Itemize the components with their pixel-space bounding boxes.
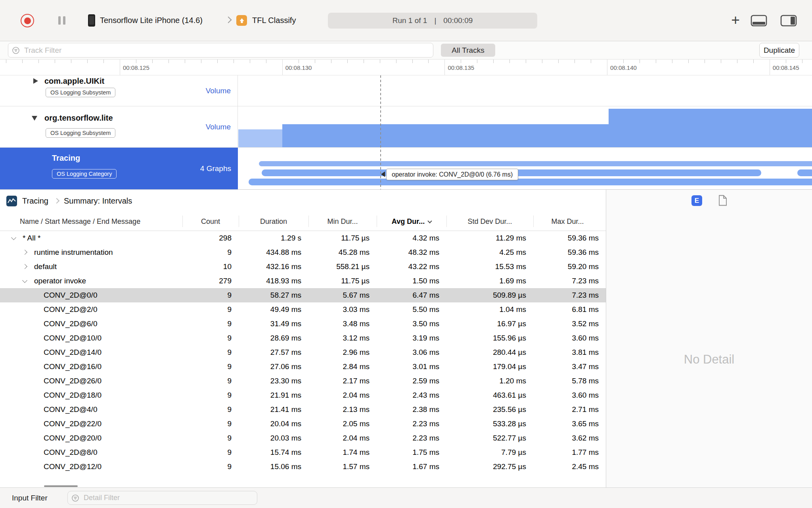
- table-row[interactable]: CONV_2D@20/0920.03 ms2.04 ms2.23 ms522.7…: [0, 431, 606, 445]
- cell-duration: 27.06 ms: [239, 360, 301, 374]
- cell-stddev: 1.69 ms: [446, 274, 526, 288]
- ruler-minor-tick: [542, 60, 542, 63]
- ruler-minor-tick: [753, 60, 754, 63]
- ruler-minor-tick: [672, 60, 672, 63]
- interval-bar[interactable]: [797, 169, 812, 176]
- track-chart-uikit[interactable]: [238, 75, 812, 106]
- track-chart-tracing[interactable]: [238, 148, 812, 189]
- device-target-label[interactable]: Tensorflow Lite iPhone (14.6): [100, 16, 203, 25]
- input-filter-menu[interactable]: Input Filter: [12, 488, 48, 508]
- all-tracks-button[interactable]: All Tracks: [441, 44, 495, 57]
- table-header: Name / Start Message / End Message Count…: [0, 212, 606, 231]
- table-row[interactable]: * All *2981.29 s11.75 µs4.32 ms11.29 ms5…: [0, 231, 606, 245]
- timeline-ruler[interactable]: 00:08.12500:08.13000:08.13500:08.14000:0…: [0, 60, 812, 75]
- pause-button[interactable]: [58, 16, 65, 25]
- cell-avg: 1.50 ms: [377, 274, 439, 288]
- disclosure-triangle-icon[interactable]: [32, 116, 37, 121]
- track-chart-volume[interactable]: [238, 106, 812, 147]
- row-name: CONV_2D@20/0: [44, 431, 102, 445]
- cell-avg: 4.32 ms: [377, 231, 439, 245]
- cell-stddev: 11.29 ms: [446, 231, 526, 245]
- table-row[interactable]: CONV_2D@14/0927.57 ms2.96 ms3.06 ms280.4…: [0, 345, 606, 360]
- cell-max: 3.65 ms: [533, 417, 599, 431]
- cell-stddev: 155.96 µs: [446, 331, 526, 345]
- row-disclosure-chevron-icon[interactable]: [22, 278, 27, 283]
- toggle-bottom-pane-button[interactable]: [751, 15, 767, 27]
- extended-detail-button[interactable]: E: [691, 195, 702, 206]
- ruler-minor-tick: [87, 60, 88, 63]
- table-row[interactable]: CONV_2D@4/0921.41 ms2.13 ms2.38 ms235.56…: [0, 402, 606, 417]
- cell-stddev: 7.79 µs: [446, 445, 526, 460]
- row-name: CONV_2D@18/0: [44, 388, 102, 402]
- table-row[interactable]: CONV_2D@16/0927.06 ms2.84 ms3.01 ms179.0…: [0, 360, 606, 374]
- column-header-min-duration[interactable]: Min Dur...: [308, 212, 377, 231]
- filter-icon: [12, 46, 20, 54]
- column-header-stddev-duration[interactable]: Std Dev Dur...: [446, 212, 533, 231]
- track-filter-input[interactable]: [8, 43, 433, 58]
- cell-stddev: 179.04 µs: [446, 360, 526, 374]
- row-name: operator invoke: [34, 274, 86, 288]
- add-instrument-button[interactable]: +: [727, 11, 744, 30]
- cell-count: 10: [182, 260, 232, 274]
- table-row[interactable]: runtime instrumentation9434.88 ms45.28 m…: [0, 245, 606, 260]
- cell-stddev: 509.89 µs: [446, 288, 526, 302]
- table-row[interactable]: default10432.16 ms558.21 µs43.22 ms15.53…: [0, 260, 606, 274]
- table-row[interactable]: operator invoke279418.93 ms11.75 µs1.50 …: [0, 274, 606, 288]
- cell-count: 9: [182, 402, 232, 417]
- row-name: CONV_2D@2/0: [44, 302, 97, 317]
- track-row-uikit[interactable]: com.apple.UIKit OS Logging Subsystem Vol…: [0, 75, 812, 106]
- disclosure-triangle-icon[interactable]: [33, 78, 38, 84]
- breadcrumb-page[interactable]: Summary: Intervals: [64, 196, 132, 206]
- ruler-time-label: 00:08.135: [448, 64, 474, 71]
- ruler-minor-tick: [656, 60, 656, 63]
- track-row-tensorflow[interactable]: org.tensorflow.lite OS Logging Subsystem…: [0, 106, 812, 148]
- toggle-right-pane-button[interactable]: [780, 15, 797, 27]
- ruler-time-label: 00:08.140: [610, 64, 637, 71]
- column-header-max-duration[interactable]: Max Dur...: [533, 212, 602, 231]
- row-disclosure-chevron-icon[interactable]: [22, 250, 27, 255]
- table-row[interactable]: CONV_2D@8/0915.74 ms1.74 ms1.75 ms7.79 µ…: [0, 445, 606, 460]
- interval-bar[interactable]: [259, 161, 812, 166]
- table-row[interactable]: CONV_2D@0/0958.27 ms5.67 ms6.47 ms509.89…: [0, 288, 606, 302]
- table-row[interactable]: CONV_2D@6/0931.49 ms3.48 ms3.50 ms16.97 …: [0, 317, 606, 331]
- horizontal-scrollbar-thumb[interactable]: [44, 485, 78, 487]
- ruler-minor-tick: [217, 60, 218, 63]
- track-header[interactable]: org.tensorflow.lite OS Logging Subsystem…: [0, 106, 238, 147]
- document-icon[interactable]: [718, 195, 728, 206]
- record-button[interactable]: [21, 14, 34, 27]
- column-header-duration[interactable]: Duration: [239, 212, 308, 231]
- table-row[interactable]: CONV_2D@12/0915.06 ms1.57 ms1.67 ms292.7…: [0, 460, 606, 474]
- cell-duration: 434.88 ms: [239, 245, 301, 260]
- instrument-target-label[interactable]: TFL Classify: [252, 16, 296, 25]
- ruler-minor-tick: [428, 60, 429, 63]
- cell-avg: 1.75 ms: [377, 445, 439, 460]
- column-header-count[interactable]: Count: [182, 212, 239, 231]
- table-row[interactable]: CONV_2D@18/0921.91 ms2.04 ms2.43 ms463.6…: [0, 388, 606, 402]
- cell-duration: 58.27 ms: [239, 288, 301, 302]
- ruler-minor-tick: [364, 60, 364, 63]
- row-disclosure-chevron-icon[interactable]: [11, 235, 16, 240]
- table-row[interactable]: CONV_2D@10/0928.69 ms3.12 ms3.19 ms155.9…: [0, 331, 606, 345]
- row-name: CONV_2D@14/0: [44, 345, 102, 360]
- track-header[interactable]: com.apple.UIKit OS Logging Subsystem Vol…: [0, 75, 238, 106]
- interval-bar[interactable]: [249, 179, 812, 185]
- cell-max: 3.62 ms: [533, 431, 599, 445]
- duplicate-button[interactable]: Duplicate: [759, 43, 799, 58]
- table-row[interactable]: CONV_2D@2/0949.49 ms3.03 ms5.50 ms1.04 m…: [0, 302, 606, 317]
- detail-filter-input[interactable]: [67, 491, 257, 505]
- table-row[interactable]: CONV_2D@26/0923.30 ms2.17 ms2.59 ms1.20 …: [0, 374, 606, 388]
- table-row[interactable]: CONV_2D@22/0920.04 ms2.05 ms2.23 ms533.2…: [0, 417, 606, 431]
- row-disclosure-chevron-icon[interactable]: [22, 264, 27, 269]
- column-header-name[interactable]: Name / Start Message / End Message: [20, 212, 140, 231]
- cell-stddev: 4.25 ms: [446, 245, 526, 260]
- track-header-selected[interactable]: Tracing OS Logging Category 4 Graphs: [0, 148, 238, 189]
- cell-stddev: 1.20 ms: [446, 374, 526, 388]
- cell-max: 1.77 ms: [533, 445, 599, 460]
- cell-min: 3.48 ms: [308, 317, 370, 331]
- row-name: CONV_2D@0/0: [44, 288, 97, 302]
- cell-min: 2.13 ms: [308, 402, 370, 417]
- ruler-minor-tick: [250, 60, 250, 63]
- column-header-avg-duration[interactable]: Avg Dur...: [377, 212, 446, 231]
- cell-avg: 5.50 ms: [377, 302, 439, 317]
- breadcrumb-root[interactable]: Tracing: [22, 196, 48, 206]
